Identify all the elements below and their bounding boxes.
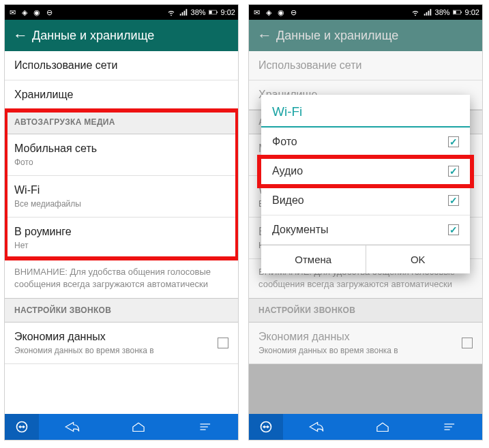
- teamviewer-icon: ⊖: [44, 8, 54, 17]
- auto-download-hint: ВНИМАНИЕ: Для удобства общения голосовые…: [5, 259, 238, 298]
- svg-rect-8: [460, 12, 461, 13]
- nav-back[interactable]: [283, 414, 349, 440]
- row-sub: Экономия данных во время звонка в: [14, 346, 228, 355]
- svg-rect-9: [453, 11, 456, 14]
- dialog-item-docs[interactable]: Документы ✓: [261, 215, 470, 245]
- phone-right: ✉ ◈ ◉ ⊖ 38% 9:02 ←: [248, 4, 483, 440]
- section-auto-download: АВТОЗАГРУЗКА МЕДИА: [5, 110, 238, 134]
- nav-home[interactable]: [349, 414, 415, 440]
- row-mobile-data[interactable]: Мобильная сеть Фото: [5, 134, 238, 176]
- wifi-icon: [411, 8, 420, 17]
- nav-teamviewer[interactable]: [5, 414, 39, 440]
- checkbox-low-data: [462, 338, 473, 348]
- row-label: Экономия данных: [14, 331, 228, 343]
- battery-icon: [209, 8, 218, 17]
- status-bar: ✉ ◈ ◉ ⊖ 38% 9:02: [5, 5, 238, 20]
- checkbox-icon[interactable]: ✓: [448, 224, 459, 235]
- row-sub: Нет: [14, 241, 228, 250]
- signal-icon: [423, 8, 432, 17]
- back-icon: ←: [257, 28, 276, 43]
- svg-rect-2: [209, 11, 211, 14]
- status-bar: ✉ ◈ ◉ ⊖ 38% 9:02: [249, 5, 482, 20]
- dialog-item-photo[interactable]: Фото ✓: [261, 128, 470, 157]
- appbar-title: Данные и хранилище: [276, 29, 398, 43]
- item-label: Аудио: [272, 165, 303, 177]
- row-roaming[interactable]: В роуминге Нет: [5, 218, 238, 259]
- nav-bar: [249, 414, 482, 440]
- row-network-usage[interactable]: Использование сети: [5, 51, 238, 80]
- app-bar: ← Данные и хранилище: [5, 20, 238, 51]
- wifi-icon: [166, 8, 176, 17]
- checkbox-icon[interactable]: ✓: [448, 136, 459, 147]
- tag-icon: ◈: [20, 8, 29, 17]
- row-label: Мобильная сеть: [14, 143, 228, 155]
- nav-bar: [5, 414, 238, 440]
- clock: 9:02: [465, 8, 479, 16]
- row-network-usage: Использование сети: [249, 51, 482, 80]
- tag-icon: ◈: [264, 8, 273, 17]
- nav-recent[interactable]: [172, 414, 238, 440]
- teamviewer-icon: ⊖: [288, 8, 298, 17]
- row-storage[interactable]: Хранилище: [5, 80, 238, 110]
- wifi-dialog: Wi-Fi Фото ✓ Аудио ✓ Видео ✓ Документы ✓: [261, 95, 470, 273]
- appbar-title: Данные и хранилище: [32, 29, 154, 43]
- item-label: Документы: [272, 224, 328, 236]
- item-label: Фото: [272, 136, 297, 148]
- dialog-item-audio[interactable]: Аудио ✓: [261, 157, 470, 186]
- eye-icon: ◉: [32, 8, 42, 17]
- checkbox-icon[interactable]: ✓: [448, 195, 459, 206]
- row-label: Wi-Fi: [14, 184, 228, 196]
- back-icon[interactable]: ←: [13, 28, 32, 43]
- battery-pct: 38%: [191, 8, 206, 16]
- row-sub: Фото: [14, 158, 228, 167]
- item-label: Видео: [272, 194, 304, 207]
- dialog-ok-button[interactable]: OK: [366, 245, 471, 273]
- section-call-settings: НАСТРОЙКИ ЗВОНКОВ: [5, 298, 238, 323]
- phone-left: ✉ ◈ ◉ ⊖ 38% 9:02 ← Дан: [4, 4, 239, 440]
- row-label: Использование сети: [258, 59, 473, 72]
- dialog-cancel-button[interactable]: Отмена: [261, 245, 366, 273]
- clock: 9:02: [221, 8, 235, 16]
- row-label: Использование сети: [14, 59, 228, 72]
- eye-icon: ◉: [276, 8, 286, 17]
- signal-icon: [179, 8, 188, 17]
- row-low-data[interactable]: Экономия данных Экономия данных во время…: [5, 323, 238, 364]
- dialog-title: Wi-Fi: [261, 95, 470, 128]
- row-label: Экономия данных: [258, 331, 473, 343]
- battery-pct: 38%: [435, 8, 450, 16]
- svg-rect-1: [216, 12, 217, 13]
- nav-back[interactable]: [39, 414, 105, 440]
- row-sub: Экономия данных во время звонка в: [258, 346, 473, 355]
- app-bar: ← Данные и хранилище: [249, 20, 482, 51]
- dialog-item-video[interactable]: Видео ✓: [261, 186, 470, 215]
- row-label: В роуминге: [14, 226, 228, 238]
- checkbox-icon[interactable]: ✓: [448, 166, 459, 177]
- battery-icon: [453, 8, 462, 17]
- row-wifi[interactable]: Wi-Fi Все медиафайлы: [5, 176, 238, 218]
- checkbox-low-data[interactable]: [218, 338, 228, 348]
- section-call-settings: НАСТРОЙКИ ЗВОНКОВ: [249, 298, 482, 323]
- mail-icon: ✉: [8, 8, 17, 17]
- row-sub: Все медиафайлы: [14, 199, 228, 209]
- nav-home[interactable]: [105, 414, 171, 440]
- nav-recent[interactable]: [416, 414, 482, 440]
- row-low-data: Экономия данных Экономия данных во время…: [249, 323, 482, 364]
- mail-icon: ✉: [252, 8, 261, 17]
- row-label: Хранилище: [14, 89, 228, 101]
- nav-teamviewer[interactable]: [249, 414, 283, 440]
